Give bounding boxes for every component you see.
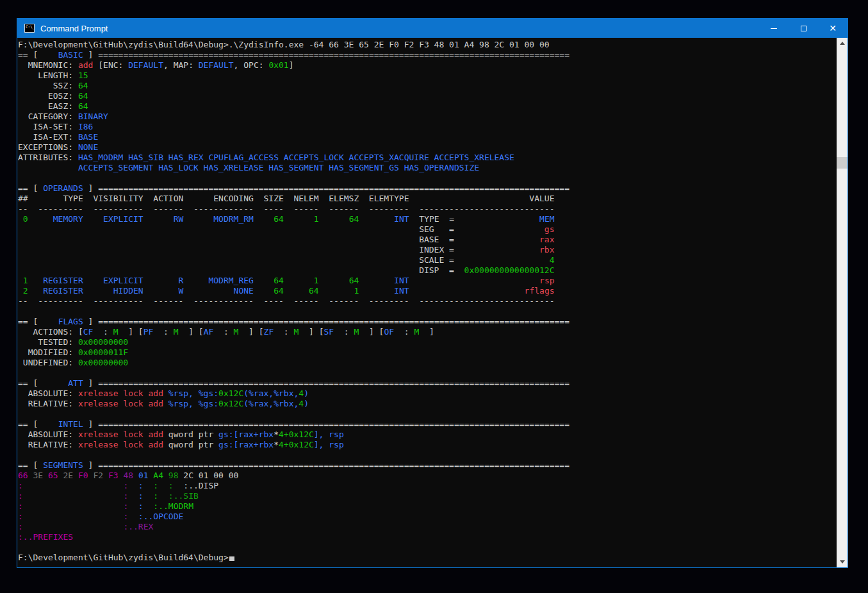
terminal-line: F:\Development\GitHub\zydis\Build64\Debu… — [18, 553, 837, 563]
terminal-line: == [ ATT ] =============================… — [18, 378, 837, 388]
terminal-line: SEG = gs — [18, 224, 837, 235]
terminal-line: MODIFIED: 0x0000011F — [18, 347, 837, 358]
terminal-line: == [ INTEL ] ===========================… — [18, 419, 837, 430]
terminal-line: SSZ: 64 — [18, 81, 837, 91]
terminal-line: LENGTH: 15 — [18, 71, 837, 81]
terminal-line: RELATIVE: xrelease lock add qword ptr gs… — [18, 440, 837, 450]
window-title: Command Prompt — [40, 24, 108, 33]
close-button[interactable]: ✕ — [818, 19, 848, 38]
terminal-line: : : : :..MODRM — [18, 501, 837, 512]
terminal-line: == [ SEGMENTS ] ========================… — [18, 460, 837, 471]
terminal-line: MNEMONIC: add [ENC: DEFAULT, MAP: DEFAUL… — [18, 60, 837, 71]
text-cursor — [229, 556, 234, 561]
terminal-line: EXCEPTIONS: NONE — [18, 142, 837, 153]
terminal-line: EASZ: 64 — [18, 101, 837, 112]
terminal-line: INDEX = rbx — [18, 245, 837, 255]
scrollbar-thumb[interactable] — [837, 157, 848, 169]
terminal-line: EOSZ: 64 — [18, 91, 837, 101]
terminal-line — [18, 409, 837, 419]
terminal-line — [18, 450, 837, 460]
terminal-line: : : :..OPCODE — [18, 512, 837, 522]
maximize-icon — [801, 26, 807, 31]
terminal-line: : :..REX — [18, 522, 837, 532]
minimize-button[interactable] — [759, 19, 789, 38]
window-controls: ✕ — [759, 19, 848, 38]
scroll-down-icon — [840, 560, 845, 564]
terminal-line: 2 REGISTER HIDDEN W NONE 64 64 1 INT rfl… — [18, 286, 837, 296]
terminal-line — [18, 368, 837, 378]
terminal-line: RELATIVE: xrelease lock add %rsp, %gs:0x… — [18, 399, 837, 409]
scroll-up-icon — [840, 42, 845, 45]
command-prompt-window: C:\_ Command Prompt ✕ F:\Development\Git… — [17, 18, 848, 568]
close-icon: ✕ — [829, 23, 837, 33]
terminal-line — [18, 542, 837, 553]
vertical-scrollbar[interactable] — [837, 38, 848, 567]
terminal-line — [18, 306, 837, 317]
terminal-line: -- --------- ---------- ------ ---------… — [18, 296, 837, 306]
terminal-line: ## TYPE VISIBILITY ACTION ENCODING SIZE … — [18, 194, 837, 204]
terminal-line: ABSOLUTE: xrelease lock add qword ptr gs… — [18, 430, 837, 440]
title-bar[interactable]: C:\_ Command Prompt ✕ — [17, 19, 848, 38]
terminal-line: TESTED: 0x00000000 — [18, 337, 837, 347]
terminal-line: UNDEFINED: 0x00000000 — [18, 358, 837, 368]
terminal-line: == [ FLAGS ] ===========================… — [18, 317, 837, 327]
window-body: F:\Development\GitHub\zydis\Build64\Debu… — [17, 38, 848, 567]
terminal-line: ATTRIBUTES: HAS_MODRM HAS_SIB HAS_REX CP… — [18, 153, 837, 163]
scroll-up-button[interactable] — [837, 38, 848, 49]
terminal-line: ACCEPTS_SEGMENT HAS_LOCK HAS_XRELEASE HA… — [18, 163, 837, 173]
terminal-line: 66 3E 65 2E F0 F2 F3 48 01 A4 98 2C 01 0… — [18, 471, 837, 481]
console-text[interactable]: F:\Development\GitHub\zydis\Build64\Debu… — [17, 38, 837, 567]
terminal-line: : : : : :..SIB — [18, 491, 837, 501]
terminal-line: SCALE = 4 — [18, 255, 837, 265]
terminal-line: ABSOLUTE: xrelease lock add %rsp, %gs:0x… — [18, 388, 837, 399]
cmd-icon: C:\_ — [24, 24, 35, 33]
terminal-line: ISA-SET: I86 — [18, 122, 837, 132]
terminal-line: DISP = 0x000000000000012C — [18, 265, 837, 276]
terminal-line: ACTIONS: [CF : M ] [PF : M ] [AF : M ] [… — [18, 327, 837, 337]
maximize-button[interactable] — [789, 19, 818, 38]
terminal-line: BASE = rax — [18, 235, 837, 245]
terminal-line: ISA-EXT: BASE — [18, 132, 837, 142]
terminal-line: == [ OPERANDS ] ========================… — [18, 183, 837, 194]
terminal-line: 0 MEMORY EXPLICIT RW MODRM_RM 64 1 64 IN… — [18, 214, 837, 224]
terminal-line: == [ BASIC ] ===========================… — [18, 50, 837, 60]
scroll-down-button[interactable] — [837, 556, 848, 567]
terminal-line: CATEGORY: BINARY — [18, 112, 837, 122]
terminal-line: 1 REGISTER EXPLICIT R MODRM_REG 64 1 64 … — [18, 276, 837, 286]
minimize-icon — [771, 28, 777, 29]
terminal-line — [18, 173, 837, 183]
terminal-line: :..PREFIXES — [18, 532, 837, 542]
terminal-line: -- --------- ---------- ------ ---------… — [18, 204, 837, 214]
terminal-line: : : : : : :..DISP — [18, 481, 837, 491]
terminal-line: F:\Development\GitHub\zydis\Build64\Debu… — [18, 40, 837, 50]
